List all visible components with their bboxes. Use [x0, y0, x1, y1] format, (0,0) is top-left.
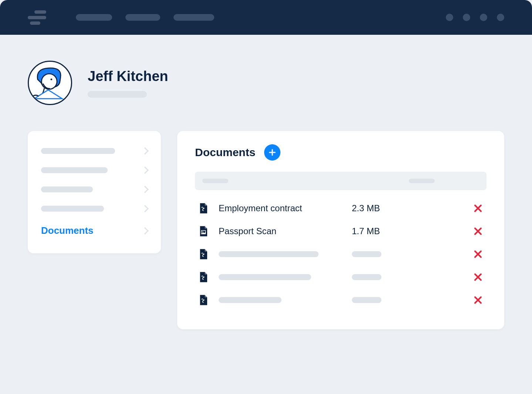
sidebar-item-documents[interactable]: Documents [28, 218, 161, 243]
close-icon [474, 227, 482, 236]
chevron-right-icon [141, 227, 149, 235]
document-row-placeholder[interactable] [195, 243, 486, 266]
document-name-placeholder [219, 251, 319, 257]
document-row-placeholder[interactable] [195, 266, 486, 289]
topbar-action-placeholder[interactable] [463, 14, 470, 21]
chevron-right-icon [141, 205, 149, 212]
close-icon [474, 273, 482, 282]
document-name: Passport Scan [219, 226, 352, 236]
chevron-right-icon [141, 166, 149, 174]
delete-button[interactable] [472, 272, 484, 283]
document-name-placeholder [219, 297, 282, 303]
pdf-file-icon [198, 272, 208, 282]
svg-point-1 [50, 78, 52, 80]
pdf-file-icon [198, 295, 208, 305]
chevron-right-icon [141, 186, 149, 193]
document-row[interactable]: Passport Scan 1.7 MB [195, 220, 486, 243]
documents-panel: Documents Employment contract 2.3 MB [177, 131, 504, 329]
document-size: 2.3 MB [352, 203, 404, 213]
nav-item-placeholder[interactable] [76, 14, 112, 21]
sidebar-item-placeholder[interactable] [28, 199, 161, 218]
close-icon [474, 250, 482, 259]
add-document-button[interactable] [264, 144, 280, 161]
document-name: Employment contract [219, 203, 352, 213]
column-header-placeholder [409, 179, 435, 183]
delete-button[interactable] [472, 226, 484, 237]
logo-icon [28, 10, 46, 25]
avatar [28, 61, 72, 105]
pdf-file-icon [198, 203, 208, 213]
column-header-placeholder [202, 179, 228, 183]
document-row[interactable]: Employment contract 2.3 MB [195, 197, 486, 220]
sidebar: Documents [28, 131, 161, 253]
profile-name: Jeff Kitchen [88, 68, 168, 84]
profile-header: Jeff Kitchen [28, 61, 504, 105]
table-header [195, 172, 486, 190]
chevron-right-icon [141, 147, 149, 155]
delete-button[interactable] [472, 203, 484, 214]
close-icon [474, 296, 482, 304]
panel-title: Documents [195, 146, 255, 159]
document-name-placeholder [219, 274, 311, 280]
sidebar-item-placeholder[interactable] [28, 180, 161, 199]
profile-subtitle-placeholder [88, 91, 147, 98]
document-size: 1.7 MB [352, 226, 404, 236]
document-size-placeholder [352, 251, 381, 257]
close-icon [474, 204, 482, 213]
delete-button[interactable] [472, 249, 484, 260]
plus-icon [268, 148, 276, 156]
sidebar-item-label: Documents [41, 225, 94, 236]
topbar-actions [446, 14, 504, 21]
topbar-action-placeholder[interactable] [446, 14, 453, 21]
document-size-placeholder [352, 274, 381, 280]
document-size-placeholder [352, 297, 381, 303]
nav-item-placeholder[interactable] [174, 14, 214, 21]
delete-button[interactable] [472, 294, 484, 306]
sidebar-item-placeholder[interactable] [28, 161, 161, 180]
image-file-icon [198, 226, 208, 236]
topbar [0, 0, 532, 35]
sidebar-item-placeholder[interactable] [28, 141, 161, 161]
svg-point-0 [41, 74, 57, 89]
nav-item-placeholder[interactable] [125, 14, 160, 21]
document-row-placeholder[interactable] [195, 289, 486, 312]
topbar-action-placeholder[interactable] [480, 14, 487, 21]
pdf-file-icon [198, 249, 208, 259]
topbar-action-placeholder[interactable] [497, 14, 504, 21]
